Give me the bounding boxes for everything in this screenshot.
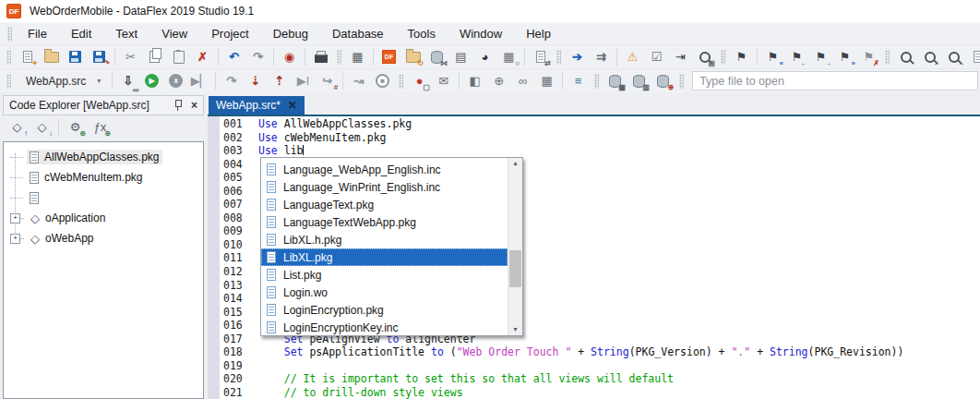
tree-expander-icon[interactable]: + <box>10 213 20 224</box>
completion-item[interactable]: LanguageTextWebApp.pkg <box>261 213 508 231</box>
table-viewer-icon[interactable]: ▦○ <box>497 47 520 67</box>
print-icon[interactable] <box>309 47 332 67</box>
menu-edit[interactable]: Edit <box>59 23 103 44</box>
code-line[interactable]: 001Use AllWebAppClasses.pkg <box>208 117 980 131</box>
run-no-debug-icon[interactable]: ▶▏ <box>188 71 211 91</box>
explorer-item[interactable]: +◇oApplication <box>4 208 203 228</box>
preview-glasses-icon[interactable]: ∞ <box>511 71 534 91</box>
project-file-selector[interactable]: WebApp.src ▾ <box>18 71 106 91</box>
step-into-icon[interactable]: ⇣ <box>244 71 267 91</box>
tab-close-icon[interactable]: ✕ <box>288 99 297 112</box>
run-icon[interactable]: ▶ <box>140 71 163 91</box>
workspace-icon[interactable]: ↻ <box>401 47 424 67</box>
toolbar-grip[interactable] <box>679 74 684 89</box>
previous-bookmark-icon[interactable]: ⚑← <box>785 47 808 67</box>
code-line[interactable]: 018 Set psApplicationTitle to ("Web Orde… <box>208 345 980 359</box>
code-line[interactable]: 002Use cWebMenuItem.pkg <box>208 131 980 145</box>
toolbar-grip[interactable] <box>594 74 599 89</box>
undo-icon[interactable]: ↶ <box>222 47 245 67</box>
report-pie-icon[interactable]: ◕ <box>473 47 496 67</box>
redo-icon[interactable]: ↷ <box>246 47 269 67</box>
menu-help[interactable]: Help <box>514 23 563 44</box>
webapp-preview-icon[interactable]: ◧ <box>463 71 486 91</box>
clear-bookmarks-icon[interactable]: ⚑✗ <box>857 47 880 67</box>
switch-source-icon[interactable]: ⇄ <box>529 47 552 67</box>
dataflex-project-icon[interactable]: DF <box>377 47 400 67</box>
code-list-icon[interactable]: ▤ <box>449 47 472 67</box>
delete-icon[interactable]: ✗ <box>191 47 214 67</box>
show-functions-icon[interactable]: ƒx⊕ <box>89 117 112 138</box>
cut-icon[interactable]: ✂ <box>119 47 142 67</box>
open-output-icon[interactable]: ⇥ <box>669 47 692 67</box>
grid-properties-icon[interactable]: ▦ <box>535 71 558 91</box>
scrollbar-thumb[interactable] <box>509 250 521 287</box>
completion-item[interactable]: LibXL.h.pkg <box>261 231 508 248</box>
menu-view[interactable]: View <box>149 23 199 44</box>
database-web-icon[interactable]: ⊕ <box>651 71 675 91</box>
stop-debugging-icon[interactable]: ■ <box>371 71 394 91</box>
completion-item[interactable]: LanguageText.pkg <box>261 196 508 213</box>
find-icon[interactable] <box>894 47 917 67</box>
code-line[interactable]: 021 // to drill-down style views <box>208 386 980 399</box>
pause-icon[interactable]: ‖ <box>164 71 187 91</box>
completion-item[interactable]: List.pkg <box>261 266 508 284</box>
scroll-down-icon[interactable]: ▼ <box>512 326 519 333</box>
task-list-icon[interactable]: ☑ <box>645 47 668 67</box>
menu-text[interactable]: Text <box>103 23 149 44</box>
open-file-icon[interactable] <box>40 47 63 67</box>
locate-in-explorer-icon[interactable]: ◇↑ <box>6 117 29 138</box>
new-file-icon[interactable]: ✦ <box>16 47 39 67</box>
step-out-icon[interactable]: ⇡ <box>268 71 291 91</box>
database-table-icon[interactable]: ▦ <box>604 71 627 91</box>
find-previous-icon[interactable]: ← <box>918 47 941 67</box>
code-line[interactable]: 003Use lib <box>208 144 980 158</box>
show-next-statement-icon[interactable]: ↝ <box>347 71 370 91</box>
restart-icon[interactable]: ↷ <box>220 71 243 91</box>
menu-window[interactable]: Window <box>448 23 514 44</box>
save-icon[interactable] <box>64 47 87 67</box>
menu-project[interactable]: Project <box>199 23 260 44</box>
toolbar-grip[interactable] <box>6 50 11 65</box>
preview-icon[interactable]: ▤ <box>693 47 716 67</box>
completion-item[interactable]: LoginEncryptionKey.inc <box>261 319 508 335</box>
autocomplete-scrollbar[interactable]: ▲ ▼ <box>508 158 522 335</box>
code-line[interactable]: 019 <box>208 359 980 373</box>
last-bookmark-icon[interactable]: ⚑» <box>833 47 856 67</box>
completion-item[interactable]: Language_WinPrint_English.inc <box>261 178 508 196</box>
explorer-item[interactable]: +◇oWebApp <box>4 228 203 248</box>
panel-layout-icon[interactable]: ▦ <box>346 47 369 67</box>
record-macro-icon[interactable]: ◉ <box>278 47 301 67</box>
find-next-icon[interactable]: → <box>942 47 965 67</box>
first-bookmark-icon[interactable]: ⚑« <box>761 47 784 67</box>
find-in-files-icon[interactable]: ○ <box>966 47 980 67</box>
toolbar-grip[interactable] <box>721 50 725 65</box>
outline-list-icon[interactable]: ≡ <box>567 71 590 91</box>
completion-item[interactable]: LibXL.pkg <box>261 248 508 266</box>
paste-icon[interactable] <box>167 47 190 67</box>
toolbar-grip[interactable] <box>337 50 341 65</box>
completion-item[interactable]: Login.wo <box>261 284 508 301</box>
locate-in-code-icon[interactable]: ◇↓ <box>30 117 54 138</box>
web-properties-icon[interactable]: ⊕ <box>487 71 510 91</box>
scroll-up-icon[interactable]: ▲ <box>512 160 519 167</box>
copy-icon[interactable] <box>143 47 166 67</box>
pin-icon[interactable] <box>173 100 182 111</box>
menu-file[interactable]: File <box>16 23 59 44</box>
tab-webapp-src[interactable]: WebApp.src* ✕ <box>209 96 305 115</box>
menu-debug[interactable]: Debug <box>261 23 320 44</box>
completion-item[interactable]: Language_WebApp_English.inc <box>261 161 508 178</box>
save-all-icon[interactable]: ↷ <box>88 47 111 67</box>
next-bookmark-icon[interactable]: ⚑→ <box>809 47 832 67</box>
explorer-item[interactable]: AllWebAppClasses.pkg <box>4 147 203 167</box>
error-list-icon[interactable]: ⚠ <box>621 47 644 67</box>
explorer-item[interactable] <box>4 187 203 208</box>
synchronize-icon[interactable]: ⇉ <box>590 47 613 67</box>
toolbar-grip[interactable] <box>399 74 403 89</box>
send-report-icon[interactable]: ✉ <box>432 71 455 91</box>
toolbar-grip[interactable] <box>885 50 890 65</box>
close-icon[interactable]: × <box>191 100 197 111</box>
menubar-grip[interactable] <box>7 27 12 42</box>
tree-expander-icon[interactable]: + <box>10 234 20 244</box>
table-explorer-icon[interactable]: ⋈ <box>425 47 448 67</box>
menu-database[interactable]: Database <box>320 23 396 44</box>
